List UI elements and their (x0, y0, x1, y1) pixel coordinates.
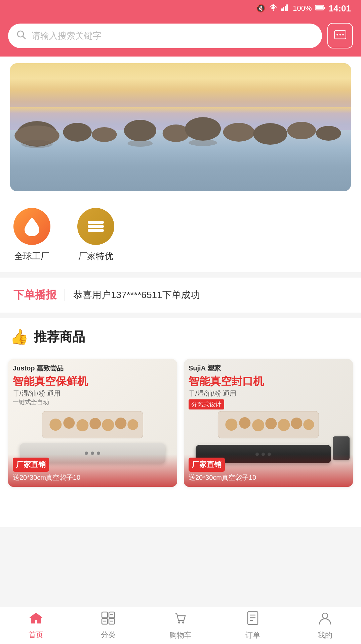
svg-point-44 (278, 419, 290, 431)
svg-point-35 (89, 418, 101, 429)
product-title-2: 智能真空封口机 (189, 375, 348, 388)
broadcast-text: 恭喜用户137****6511下单成功 (73, 289, 200, 301)
svg-rect-30 (88, 229, 104, 232)
recommend-title: 推荐商品 (34, 328, 85, 346)
svg-rect-29 (88, 225, 104, 228)
svg-point-37 (115, 418, 126, 429)
battery-icon (315, 4, 325, 13)
svg-rect-5 (316, 6, 323, 10)
svg-point-54 (178, 621, 180, 623)
nav-label-order: 订单 (245, 630, 260, 640)
bottom-nav: 首页 分类 购物车 (0, 607, 361, 644)
svg-point-16 (92, 127, 117, 142)
product-promo-badge-2: 厂家直销 (189, 458, 225, 472)
svg-point-60 (322, 613, 328, 618)
nav-label-mine: 我的 (318, 630, 332, 640)
svg-point-12 (342, 34, 344, 36)
svg-point-38 (127, 419, 138, 430)
svg-rect-6 (324, 7, 325, 9)
product-overlay-1: 厂家直销 送20*30cm真空袋子10 (8, 454, 177, 487)
svg-rect-28 (88, 221, 104, 224)
category-icon-2 (77, 208, 114, 245)
nav-item-home[interactable]: 首页 (0, 611, 72, 640)
svg-point-10 (336, 34, 338, 36)
product-overlay-2: 厂家直销 送20*30cm真空袋子10 (184, 454, 353, 487)
brand-logo-1: Justop 嘉致尝品 (13, 364, 172, 373)
mute-icon: 🔇 (256, 4, 265, 13)
svg-point-26 (189, 139, 217, 146)
svg-point-23 (316, 126, 341, 141)
category-item-1[interactable]: 全球工厂 (13, 208, 50, 262)
nav-item-order[interactable]: 订单 (216, 611, 289, 640)
banner-scene (10, 63, 351, 191)
food-bag-svg-1 (16, 401, 169, 448)
nav-label-cart: 购物车 (169, 630, 192, 640)
product-card-2[interactable]: SujiA 塑家 智能真空封口机 干/湿/油/粉 通用 分离式设计 (184, 359, 353, 487)
categories-section: 全球工厂 厂家特优 (0, 198, 361, 272)
wifi-icon (269, 4, 278, 13)
product-promo-badge-1: 厂家直销 (13, 458, 49, 472)
svg-point-46 (303, 419, 314, 430)
category-icon-1 (13, 208, 50, 245)
svg-point-32 (49, 419, 62, 431)
svg-point-45 (291, 418, 302, 429)
rocks-svg (10, 77, 351, 151)
broadcast-label: 下单播报 (13, 288, 56, 302)
nav-label-home: 首页 (29, 630, 43, 640)
nav-label-category: 分类 (101, 630, 116, 640)
product-subtitle-1: 干/湿/油/粉 通用 (13, 389, 172, 398)
svg-point-41 (239, 417, 250, 429)
category-label-1: 全球工厂 (14, 250, 49, 262)
brand-logo-2: SujiA 塑家 (189, 364, 348, 373)
category-item-2[interactable]: 厂家特优 (77, 208, 114, 262)
product-card-1[interactable]: Justop 嘉致尝品 智能真空保鲜机 干/湿/油/粉 通用 一键式全自动 (8, 359, 177, 487)
svg-point-25 (128, 140, 153, 147)
search-icon (16, 30, 26, 42)
nav-item-category[interactable]: 分类 (72, 611, 145, 640)
category-nav-icon (101, 611, 115, 628)
svg-point-42 (252, 419, 264, 431)
message-button[interactable] (327, 23, 353, 48)
product-image-2: SujiA 塑家 智能真空封口机 干/湿/油/粉 通用 分离式设计 (184, 359, 353, 487)
svg-point-21 (253, 123, 287, 145)
horizon-glow (10, 107, 351, 113)
svg-point-20 (223, 123, 254, 142)
status-bar: 🔇 100% 14:01 (0, 0, 361, 17)
svg-rect-47 (102, 612, 108, 618)
svg-point-19 (185, 117, 221, 141)
product-image-1: Justop 嘉致尝品 智能真空保鲜机 干/湿/油/粉 通用 一键式全自动 (8, 359, 177, 487)
banner-image[interactable] (10, 63, 351, 191)
nav-item-cart[interactable]: 购物车 (145, 611, 217, 640)
svg-rect-2 (285, 6, 286, 11)
svg-point-55 (182, 621, 184, 623)
nav-item-mine[interactable]: 我的 (289, 611, 361, 640)
search-placeholder: 请输入搜索关键字 (32, 30, 102, 42)
svg-rect-1 (283, 7, 284, 11)
svg-rect-3 (286, 4, 288, 11)
svg-point-24 (21, 140, 52, 148)
status-time: 14:01 (329, 3, 351, 14)
svg-point-40 (225, 419, 237, 431)
battery-percent: 100% (293, 4, 312, 13)
svg-point-22 (287, 122, 316, 139)
broadcast-section: 下单播报 恭喜用户137****6511下单成功 (0, 278, 361, 313)
food-bag-svg-2 (192, 401, 345, 448)
svg-point-27 (28, 227, 32, 231)
mine-icon (318, 611, 332, 628)
search-bar[interactable]: 请输入搜索关键字 (8, 24, 322, 48)
cart-icon (173, 611, 188, 628)
product-promo-text-1: 送20*30cm真空袋子10 (13, 473, 172, 482)
svg-point-11 (339, 34, 341, 36)
svg-point-34 (76, 419, 88, 431)
home-icon (29, 611, 43, 628)
svg-point-7 (17, 31, 24, 37)
signal-icon (281, 4, 289, 13)
banner-container (0, 57, 361, 198)
order-icon (246, 611, 259, 628)
svg-line-8 (23, 36, 26, 39)
svg-point-43 (265, 418, 277, 429)
thumb-up-icon: 👍 (10, 328, 29, 346)
category-label-2: 厂家特优 (78, 250, 113, 262)
product-title-1: 智能真空保鲜机 (13, 375, 172, 388)
header: 请输入搜索关键字 (0, 17, 361, 57)
